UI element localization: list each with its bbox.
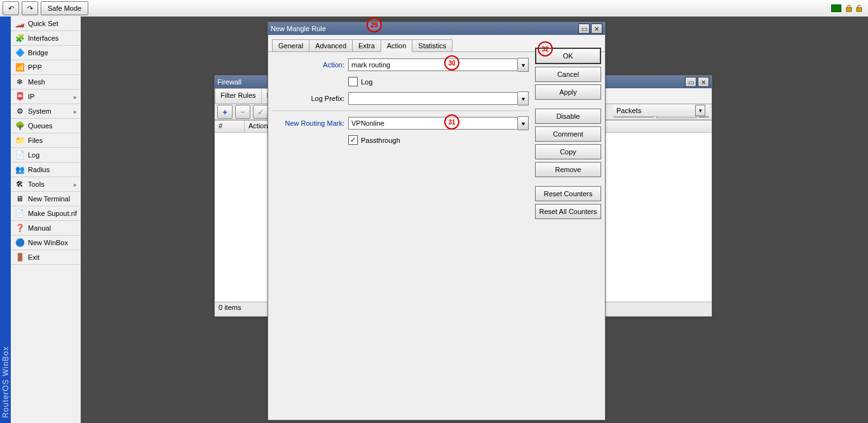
label-passthrough: Passthrough — [361, 137, 400, 144]
radius-icon: 👥 — [15, 164, 25, 175]
menu-label: Interfaces — [28, 34, 58, 42]
remove-button[interactable]: − — [235, 105, 250, 119]
side-menu: 🏎️Quick Set🧩Interfaces🔷Bridge📶PPP❄Mesh📮I… — [11, 17, 81, 423]
action-field[interactable]: mark routing — [348, 58, 518, 71]
menu-item-exit[interactable]: 🚪Exit — [11, 250, 81, 265]
menu-label: IP — [28, 93, 34, 100]
mangle-tab-advanced[interactable]: Advanced — [309, 39, 353, 51]
menu-item-files[interactable]: 📁Files — [11, 133, 81, 148]
menu-label: Queues — [28, 122, 53, 130]
exit-icon: 🚪 — [15, 252, 25, 262]
menu-label: Mesh — [28, 78, 45, 86]
menu-item-ip[interactable]: 📮IP▸ — [11, 90, 81, 104]
enable-button[interactable]: ✓ — [253, 105, 268, 119]
menu-label: Log — [28, 151, 39, 159]
new-routing-dropdown[interactable]: ▾ — [518, 116, 529, 130]
queues-icon: 🌳 — [15, 121, 25, 131]
add-button[interactable]: + — [217, 105, 233, 119]
mangle-minimize-button[interactable]: ▭ — [578, 24, 590, 34]
disable-button[interactable]: Disable — [535, 109, 601, 124]
app-brand-bar: RouterOS WinBox — [0, 17, 11, 423]
new-routing-field[interactable]: VPNonline — [348, 117, 518, 130]
ppp-icon: 📶 — [15, 62, 25, 72]
copy-button[interactable]: Copy — [535, 144, 601, 159]
mangle-close-button[interactable]: ✕ — [591, 24, 602, 34]
menu-item-manual[interactable]: ❓Manual — [11, 221, 81, 236]
top-toolbar: ↶ ↷ Safe Mode — [0, 0, 868, 17]
log-icon: 📄 — [15, 150, 25, 160]
firewall-col-packets[interactable]: Packets — [616, 107, 641, 114]
mangle-tab-statistics[interactable]: Statistics — [412, 39, 452, 51]
action-dropdown[interactable]: ▾ — [518, 58, 529, 72]
ok-button[interactable]: OK — [535, 48, 601, 64]
mangle-tab-general[interactable]: General — [272, 39, 309, 51]
menu-item-interfaces[interactable]: 🧩Interfaces — [11, 31, 81, 46]
menu-label: Manual — [28, 224, 51, 232]
mangle-window: New Mangle Rule ▭ ✕ GeneralAdvancedExtra… — [268, 22, 606, 420]
chevron-right-icon: ▸ — [74, 181, 77, 188]
supout-icon: 📄 — [15, 208, 25, 218]
bridge-icon: 🔷 — [15, 48, 25, 58]
log-checkbox[interactable] — [348, 77, 358, 86]
menu-item-system[interactable]: ⚙System▸ — [11, 104, 81, 119]
mangle-titlebar[interactable]: New Mangle Rule ▭ ✕ — [268, 22, 605, 35]
menu-item-supout[interactable]: 📄Make Supout.rif — [11, 206, 81, 221]
menu-item-quickset[interactable]: 🏎️Quick Set — [11, 17, 81, 31]
firewall-minimize-button[interactable]: ▭ — [685, 77, 696, 87]
mangle-form: Action: mark routing ▾ Log Log Prefix: ▾… — [272, 53, 529, 416]
comment-button[interactable]: Comment — [535, 126, 601, 142]
safe-mode-button[interactable]: Safe Mode — [41, 1, 88, 15]
menu-item-radius[interactable]: 👥Radius — [11, 163, 81, 177]
menu-label: PPP — [28, 64, 42, 71]
system-icon: ⚙ — [15, 106, 25, 116]
label-action: Action: — [272, 61, 344, 69]
remove-button[interactable]: Remove — [535, 162, 601, 177]
tools-icon: 🛠 — [15, 179, 25, 189]
mangle-title: New Mangle Rule — [271, 25, 577, 32]
terminal-icon: 🖥 — [15, 194, 25, 204]
menu-item-tools[interactable]: 🛠Tools▸ — [11, 177, 81, 192]
firewall-close-button[interactable]: ✕ — [698, 77, 709, 87]
mangle-tab-action[interactable]: Action — [381, 39, 413, 52]
manual-icon: ❓ — [15, 223, 25, 233]
menu-item-terminal[interactable]: 🖥New Terminal — [11, 192, 81, 206]
passthrough-checkbox[interactable]: ✓ — [348, 135, 358, 145]
desktop-area: Firewall ▭ ✕ Filter Rules N + − ✓ all ▾ … — [81, 17, 868, 423]
mangle-tab-extra[interactable]: Extra — [352, 39, 381, 51]
menu-label: Exit — [28, 253, 39, 261]
menu-item-queues[interactable]: 🌳Queues — [11, 119, 81, 133]
menu-item-ppp[interactable]: 📶PPP — [11, 60, 81, 75]
svg-rect-1 — [857, 8, 862, 11]
menu-item-bridge[interactable]: 🔷Bridge — [11, 46, 81, 60]
cancel-button[interactable]: Cancel — [535, 67, 601, 82]
log-prefix-field[interactable] — [348, 92, 518, 105]
menu-label: Quick Set — [28, 20, 58, 27]
menu-label: New Terminal — [28, 195, 70, 203]
menu-item-log[interactable]: 📄Log — [11, 148, 81, 163]
newwinbox-icon: 🔵 — [15, 238, 25, 248]
menu-label: Files — [28, 137, 43, 144]
mesh-icon: ❄ — [15, 77, 25, 87]
reset-counters-button[interactable]: Reset Counters — [535, 186, 601, 201]
menu-item-newwinbox[interactable]: 🔵New WinBox — [11, 236, 81, 250]
firewall-col-index[interactable]: # — [215, 121, 245, 132]
lock-closed-icon — [845, 4, 853, 12]
menu-label: Tools — [28, 180, 44, 188]
firewall-col-dropdown[interactable]: ▾ — [695, 105, 705, 116]
menu-label: Radius — [28, 166, 50, 173]
reset-all-counters-button[interactable]: Reset All Counters — [535, 204, 601, 219]
menu-item-mesh[interactable]: ❄Mesh — [11, 75, 81, 90]
label-log: Log — [361, 78, 372, 86]
label-log-prefix: Log Prefix: — [272, 95, 344, 102]
firewall-tab-filter-rules[interactable]: Filter Rules — [215, 88, 262, 104]
undo-button[interactable]: ↶ — [3, 1, 19, 15]
apply-button[interactable]: Apply — [535, 84, 601, 100]
lock-open-icon — [855, 4, 863, 12]
status-led-icon — [831, 4, 841, 12]
svg-rect-0 — [846, 8, 851, 11]
quickset-icon: 🏎️ — [15, 18, 25, 29]
interfaces-icon: 🧩 — [15, 33, 25, 43]
menu-label: System — [28, 107, 51, 115]
redo-button[interactable]: ↷ — [22, 1, 38, 15]
log-prefix-expand[interactable]: ▾ — [518, 91, 529, 105]
